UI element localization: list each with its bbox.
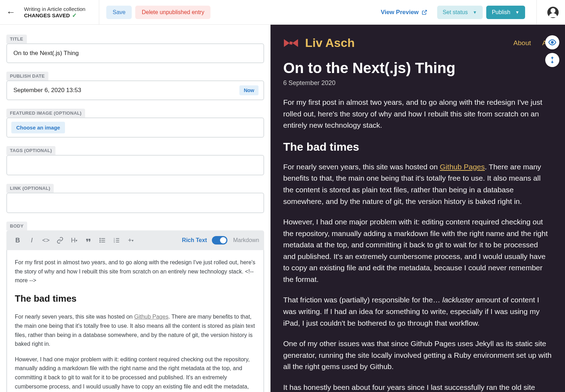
toggle-preview-icon[interactable] xyxy=(545,35,559,49)
title-field: TITLE xyxy=(6,35,264,63)
chevron-down-icon: ▼ xyxy=(473,10,477,15)
preview-link[interactable]: Github Pages xyxy=(440,163,485,171)
now-button[interactable]: Now xyxy=(239,85,258,95)
divider xyxy=(99,0,99,25)
link-input[interactable] xyxy=(6,193,264,213)
link-field: LINK (OPTIONAL) xyxy=(6,184,264,213)
external-link-icon xyxy=(422,10,427,15)
code-icon[interactable]: <> xyxy=(40,234,52,247)
bullet-list-icon[interactable] xyxy=(96,234,109,247)
body-field: BODY B I <> H▾ 123 +▾ Rich Text Markdown… xyxy=(6,222,264,392)
link-label: LINK (OPTIONAL) xyxy=(6,184,54,193)
divider xyxy=(536,0,537,25)
body-paragraph: However, I had one major problem with it… xyxy=(15,355,256,392)
collection-label: Writing in Article collection xyxy=(24,6,85,12)
chevron-down-icon: ▼ xyxy=(515,10,519,15)
title-input[interactable] xyxy=(6,43,264,63)
delete-entry-button[interactable]: Delete unpublished entry xyxy=(135,6,210,19)
preview-paragraph: For my first post in almost two years, a… xyxy=(283,97,552,131)
preview-paragraph: For nearly seven years, this site was ho… xyxy=(283,161,552,207)
markdown-label: Markdown xyxy=(233,237,259,243)
link-icon[interactable] xyxy=(54,234,66,247)
body-editor[interactable]: For my first post in almost two years, a… xyxy=(6,250,264,392)
preview-paragraph: However, I had one major problem with it… xyxy=(283,216,552,285)
save-button[interactable]: Save xyxy=(106,6,132,19)
body-toolbar: B I <> H▾ 123 +▾ Rich Text Markdown xyxy=(6,230,264,250)
toolbar: ← Writing in Article collection CHANGES … xyxy=(0,0,565,25)
collection-info: Writing in Article collection CHANGES SA… xyxy=(24,6,85,19)
featured-image-field: FEATURED IMAGE (OPTIONAL) Choose an imag… xyxy=(6,109,264,138)
view-preview-link[interactable]: View Preview xyxy=(381,9,427,16)
body-heading: The bad times xyxy=(15,291,256,306)
svg-rect-13 xyxy=(289,41,292,44)
publish-dropdown[interactable]: Publish ▼ xyxy=(486,6,525,19)
svg-point-5 xyxy=(100,242,101,242)
numbered-list-icon[interactable]: 123 xyxy=(110,234,123,247)
publish-date-row: September 6, 2020 13:53 Now xyxy=(6,80,264,100)
body-link[interactable]: Github Pages xyxy=(134,314,168,320)
svg-point-12 xyxy=(551,41,553,43)
bold-icon[interactable]: B xyxy=(11,234,24,247)
check-icon: ✓ xyxy=(72,12,77,19)
preview-paragraph: One of my other issues was that since Gi… xyxy=(283,338,552,373)
editor-mode-toggle[interactable] xyxy=(212,236,227,245)
publish-date-value[interactable]: September 6, 2020 13:53 xyxy=(13,87,81,94)
back-arrow-icon[interactable]: ← xyxy=(6,7,16,18)
svg-point-3 xyxy=(100,238,101,239)
quote-icon[interactable] xyxy=(82,234,95,247)
preview-article: On to the Next(.js) Thing 6 September 20… xyxy=(270,60,565,392)
body-paragraph: For my first post in almost two years, a… xyxy=(15,258,256,285)
tags-field: TAGS (OPTIONAL) xyxy=(6,146,264,175)
publish-date-label: PUBLISH DATE xyxy=(6,72,48,80)
body-paragraph: For nearly seven years, this site was ho… xyxy=(15,312,256,348)
featured-image-label: FEATURED IMAGE (OPTIONAL) xyxy=(6,109,85,117)
svg-point-4 xyxy=(100,240,101,241)
heading-icon[interactable]: H▾ xyxy=(68,234,81,247)
featured-image-box: Choose an image xyxy=(6,117,264,138)
preview-paragraph: It has honestly been about four years si… xyxy=(283,382,552,392)
rich-text-label: Rich Text xyxy=(182,237,207,243)
preview-nav-about[interactable]: About xyxy=(513,39,531,47)
changes-saved-status: CHANGES SAVED ✓ xyxy=(24,12,85,19)
tags-input[interactable] xyxy=(6,155,264,175)
choose-image-button[interactable]: Choose an image xyxy=(11,122,65,133)
tags-label: TAGS (OPTIONAL) xyxy=(6,146,55,155)
svg-text:3: 3 xyxy=(114,241,115,243)
italic-icon[interactable]: I xyxy=(25,234,38,247)
preview-paragraph: That friction was (partially) responsibl… xyxy=(283,294,552,329)
set-status-dropdown[interactable]: Set status ▼ xyxy=(437,6,483,19)
publish-date-field: PUBLISH DATE September 6, 2020 13:53 Now xyxy=(6,72,264,100)
preview-date: 6 September 2020 xyxy=(283,79,552,87)
editor-pane: TITLE PUBLISH DATE September 6, 2020 13:… xyxy=(0,25,270,392)
user-avatar[interactable] xyxy=(547,7,559,18)
preview-site-header: Liv Asch About Arc xyxy=(270,25,565,60)
preview-heading: The bad times xyxy=(283,140,552,153)
body-label: BODY xyxy=(6,222,27,230)
sync-scroll-icon[interactable] xyxy=(545,53,559,67)
preview-pane: Liv Asch About Arc On to the Next(.js) T… xyxy=(270,25,565,392)
add-component-icon[interactable]: +▾ xyxy=(124,234,137,247)
preview-site-name: Liv Asch xyxy=(305,36,355,50)
bowtie-logo-icon xyxy=(283,38,299,48)
title-label: TITLE xyxy=(6,35,27,43)
preview-title: On to the Next(.js) Thing xyxy=(283,60,552,77)
